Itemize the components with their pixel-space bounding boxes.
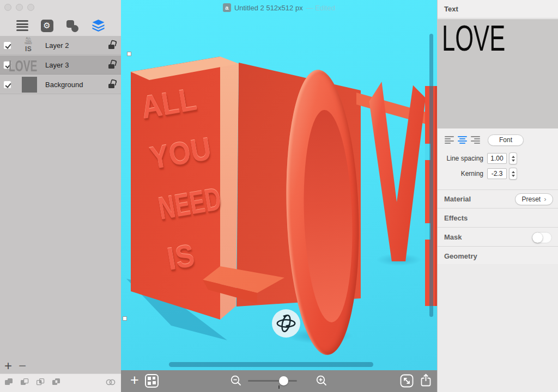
- window-controls: [4, 4, 34, 11]
- horizontal-scrollbar[interactable]: [169, 362, 373, 367]
- kerning-label: Kerning: [438, 170, 483, 177]
- fit-to-window-icon[interactable]: [400, 374, 414, 390]
- panel-header: Text: [438, 0, 558, 19]
- kerning-stepper[interactable]: [509, 168, 517, 180]
- link-icon[interactable]: [105, 378, 117, 388]
- layer3-label: Layer 3: [45, 56, 69, 75]
- shapes-icon[interactable]: [66, 20, 79, 32]
- sidebar-toolbar: ⚙: [0, 17, 121, 34]
- layer-row-layer2[interactable]: ALL YOU NEED IS Layer 2: [0, 36, 121, 55]
- text-controls: Font Line spacing Kerning: [438, 128, 558, 190]
- zoom-window-button[interactable]: [27, 4, 34, 11]
- add-layer-button[interactable]: +: [4, 359, 12, 372]
- panel-title: Text: [444, 0, 458, 19]
- document-title: a Untitled 2 512x512 px — Edited: [121, 2, 437, 13]
- line-spacing-stepper[interactable]: [509, 152, 517, 164]
- artboards-icon[interactable]: [145, 374, 159, 388]
- minimize-window-button[interactable]: [16, 4, 23, 11]
- gear-icon[interactable]: ⚙: [41, 20, 53, 32]
- boolean-subtract-icon[interactable]: [20, 378, 29, 388]
- geometry-label: Geometry: [444, 247, 477, 266]
- close-window-button[interactable]: [4, 4, 11, 11]
- line-spacing-input[interactable]: [487, 153, 507, 164]
- line-spacing-label: Line spacing: [438, 155, 483, 162]
- layer-row-background[interactable]: Background: [0, 75, 121, 94]
- zoom-slider[interactable]: [248, 380, 297, 382]
- share-icon[interactable]: [419, 373, 433, 391]
- document-name: Untitled 2 512x512 px: [234, 4, 303, 12]
- layer3-thumbnail: LOVE: [9, 57, 37, 75]
- zoom-in-icon[interactable]: [316, 375, 328, 389]
- sidebar-bottom-bar: [0, 373, 121, 392]
- section-geometry[interactable]: Geometry: [438, 247, 558, 266]
- zoom-slider-tick: [278, 385, 280, 389]
- section-material[interactable]: Material Preset ›: [438, 190, 558, 209]
- align-center-icon[interactable]: [458, 136, 467, 144]
- zoom-out-icon[interactable]: [230, 375, 242, 389]
- document-edited-status: — Edited: [306, 4, 335, 12]
- material-label: Material: [444, 190, 471, 209]
- section-mask[interactable]: Mask: [438, 228, 558, 247]
- rotate-3d-control[interactable]: [272, 309, 300, 338]
- mask-toggle-knob[interactable]: [532, 232, 543, 243]
- layer2-label: Layer 2: [45, 36, 69, 55]
- text-content[interactable]: LOVE: [442, 20, 505, 56]
- vertical-scrollbar[interactable]: [429, 34, 433, 317]
- inspector-panel: Text LOVE Font Line spacing Kerning Mate…: [437, 0, 558, 392]
- background-visibility-checkbox[interactable]: [3, 81, 11, 89]
- panel-empty-area: [438, 264, 558, 392]
- left-sidebar: ⚙ ALL YOU NEED IS Layer 2 LOVE Layer 3: [0, 0, 121, 392]
- kerning-input[interactable]: [487, 168, 507, 179]
- boolean-union-icon[interactable]: [4, 378, 14, 388]
- effects-label: Effects: [444, 209, 468, 228]
- align-right-icon[interactable]: [471, 136, 480, 144]
- document-icon: a: [223, 3, 231, 12]
- font-button[interactable]: Font: [488, 134, 524, 146]
- background-label: Background: [45, 75, 83, 94]
- selection-handle-top[interactable]: [127, 52, 131, 56]
- selection-handle-bottom[interactable]: [123, 316, 127, 321]
- text-edit-area[interactable]: LOVE: [438, 19, 558, 128]
- boolean-exclude-icon[interactable]: [52, 378, 61, 388]
- align-left-icon[interactable]: [445, 136, 454, 144]
- layer-row-layer3-selected[interactable]: LOVE Layer 3: [0, 56, 121, 75]
- canvas-area[interactable]: a Untitled 2 512x512 px — Edited ALL YOU…: [121, 0, 437, 392]
- list-icon[interactable]: [16, 20, 28, 31]
- chevron-right-icon: ›: [544, 195, 546, 203]
- layer3-unlock-icon[interactable]: [108, 64, 114, 69]
- background-thumbnail: [22, 77, 37, 93]
- layer2-unlock-icon[interactable]: [108, 45, 114, 49]
- remove-layer-button[interactable]: −: [19, 359, 26, 372]
- section-effects[interactable]: Effects: [438, 209, 558, 228]
- add-object-button[interactable]: +: [128, 373, 142, 388]
- material-preset-button[interactable]: Preset ›: [515, 193, 553, 205]
- canvas-toolbar: +: [121, 370, 437, 392]
- sidebar-top: ⚙: [0, 0, 121, 36]
- layer2-visibility-checkbox[interactable]: [3, 41, 11, 50]
- layer2-thumbnail: ALL YOU NEED IS: [22, 38, 35, 52]
- background-unlock-icon[interactable]: [108, 84, 114, 88]
- mask-label: Mask: [444, 228, 462, 247]
- zoom-slider-knob[interactable]: [279, 376, 288, 385]
- layers-icon[interactable]: [92, 19, 105, 32]
- app-window: ⚙ ALL YOU NEED IS Layer 2 LOVE Layer 3: [0, 0, 558, 392]
- boolean-intersect-icon[interactable]: [36, 378, 45, 388]
- mask-toggle[interactable]: [532, 232, 552, 243]
